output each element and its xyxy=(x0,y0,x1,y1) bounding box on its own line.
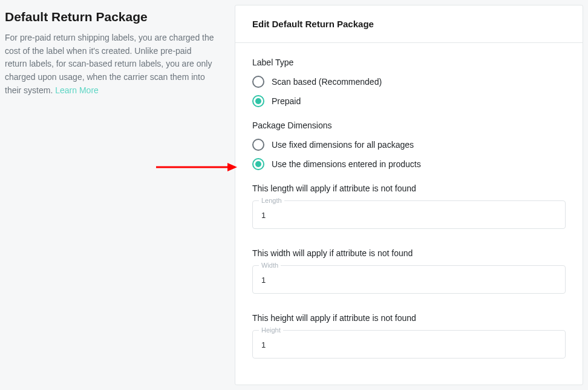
height-text-field: Height xyxy=(252,330,566,359)
dimensions-group: Use fixed dimensions for all packages Us… xyxy=(252,139,566,170)
dimensions-heading: Package Dimensions xyxy=(252,121,566,130)
page-title: Default Return Package xyxy=(5,10,215,24)
radio-checked-icon xyxy=(252,95,264,107)
radio-fixed-dimensions[interactable]: Use fixed dimensions for all packages xyxy=(252,139,566,151)
radio-label: Scan based (Recommended) xyxy=(272,77,382,87)
width-input[interactable] xyxy=(253,266,565,293)
learn-more-link[interactable]: Learn More xyxy=(55,85,99,95)
width-field-block: This width will apply if attribute is no… xyxy=(252,248,566,294)
panel-body: Label Type Scan based (Recommended) Prep… xyxy=(235,43,583,384)
page-root: Default Return Package For pre-paid retu… xyxy=(0,0,588,390)
length-desc: This length will apply if attribute is n… xyxy=(252,183,566,193)
radio-prepaid[interactable]: Prepaid xyxy=(252,95,566,107)
radio-checked-icon xyxy=(252,158,264,170)
length-text-field: Length xyxy=(252,200,566,229)
height-input[interactable] xyxy=(253,331,565,358)
panel-header: Edit Default Return Package xyxy=(235,5,583,43)
radio-label: Prepaid xyxy=(272,96,301,106)
page-description: For pre-paid return shipping labels, you… xyxy=(5,31,215,97)
width-text-field: Width xyxy=(252,265,566,294)
height-desc: This height will apply if attribute is n… xyxy=(252,313,566,323)
description-text: For pre-paid return shipping labels, you… xyxy=(5,33,214,95)
length-floating-label: Length xyxy=(259,197,284,204)
radio-unchecked-icon xyxy=(252,76,264,88)
length-input[interactable] xyxy=(253,201,565,228)
radio-label: Use the dimensions entered in products xyxy=(272,159,421,169)
width-floating-label: Width xyxy=(259,262,281,269)
label-type-heading: Label Type xyxy=(252,58,566,67)
label-type-group: Scan based (Recommended) Prepaid xyxy=(252,76,566,107)
info-sidebar: Default Return Package For pre-paid retu… xyxy=(5,5,220,385)
length-field-block: This length will apply if attribute is n… xyxy=(252,183,566,229)
edit-panel: Edit Default Return Package Label Type S… xyxy=(235,5,583,385)
radio-scan-based[interactable]: Scan based (Recommended) xyxy=(252,76,566,88)
height-field-block: This height will apply if attribute is n… xyxy=(252,313,566,359)
radio-product-dimensions[interactable]: Use the dimensions entered in products xyxy=(252,158,566,170)
height-floating-label: Height xyxy=(259,326,283,334)
panel-title: Edit Default Return Package xyxy=(252,19,566,29)
radio-label: Use fixed dimensions for all packages xyxy=(272,140,414,150)
width-desc: This width will apply if attribute is no… xyxy=(252,248,566,258)
radio-unchecked-icon xyxy=(252,139,264,151)
